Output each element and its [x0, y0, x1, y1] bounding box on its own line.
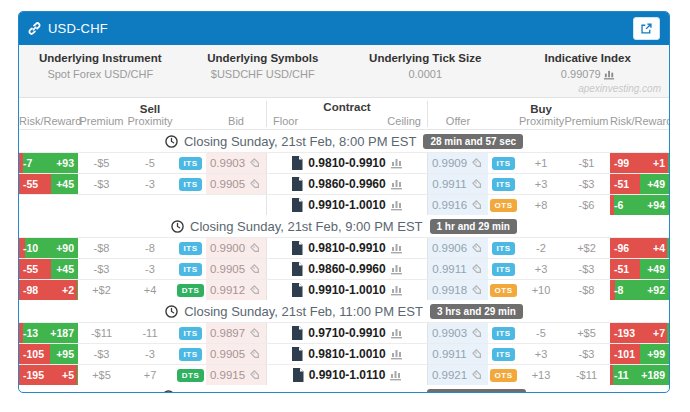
buy-status-badge: OTS [490, 284, 518, 297]
sections-container: Closing Sunday, 21st Feb, 8:00 PM EST 28… [19, 130, 669, 393]
contract-copy-icon[interactable] [291, 241, 303, 255]
sell-risk-reward-bar: -105 +95 [19, 344, 78, 364]
offer-cell[interactable]: 0.9916 [428, 195, 488, 215]
buy-tag-icon[interactable] [471, 284, 484, 297]
offer-cell[interactable]: 0.9911 [428, 259, 488, 279]
buy-group-header: Buy [519, 103, 563, 115]
bid-cell[interactable]: 0.9897 [206, 323, 266, 343]
section-header: Closing Sunday, 21st Feb, 11:00 PM EST 3… [19, 300, 669, 322]
indicative-index: Indicative Index 0.99079 [507, 52, 670, 82]
sell-status-badge: ITS [179, 327, 203, 340]
sell-reward: +93 [56, 153, 74, 173]
underlying-instrument: Underlying Instrument Spot Forex USD/CHF [19, 52, 182, 82]
contract-copy-icon[interactable] [291, 326, 303, 340]
contract-chart-icon[interactable] [391, 348, 403, 360]
buy-proximity: +3 [519, 344, 563, 364]
countdown-badge: 1 hr and 29 min [430, 219, 517, 234]
buy-status-badge: ITS [492, 263, 516, 276]
expiry-section: Closing Sunday, 21st Feb, 8:00 PM EST 28… [19, 130, 669, 215]
bid-cell[interactable]: 0.9903 [206, 153, 266, 173]
sell-tag-icon[interactable] [249, 178, 262, 191]
contract-row: -105 +95 -$3 -3 ITS 0.9905 0.9810-1.0010… [19, 343, 669, 364]
contract-copy-icon[interactable] [291, 177, 303, 191]
contract-chart-icon[interactable] [391, 157, 403, 169]
contract-chart-icon[interactable] [391, 242, 403, 254]
sell-tag-icon[interactable] [249, 263, 262, 276]
bid-cell[interactable]: 0.9912 [206, 280, 266, 300]
bid-cell[interactable]: 0.9905 [206, 174, 266, 194]
offer-cell[interactable]: 0.9903 [428, 323, 488, 343]
clock-icon [165, 135, 178, 148]
bid-cell[interactable]: 0.9905 [206, 344, 266, 364]
sell-proximity: -5 [125, 153, 175, 173]
buy-reward: +49 [647, 259, 665, 279]
contract-copy-icon[interactable] [292, 368, 304, 382]
buy-risk-reward-bar: -99 +1 [610, 153, 669, 173]
offer-cell[interactable]: 0.9921 [428, 365, 488, 385]
offer-cell[interactable]: 0.9918 [428, 280, 488, 300]
buy-tag-icon[interactable] [471, 263, 484, 276]
buy-reward-segment [668, 153, 669, 173]
contract-cell: 0.9910-1.0110 [266, 365, 428, 385]
sell-premium: -$3 [78, 174, 125, 194]
contract-copy-icon[interactable] [291, 283, 303, 297]
sell-risk-reward-bar: -10 +90 [19, 238, 78, 258]
bid-value: 0.9915 [210, 369, 245, 381]
buy-reward-segment [667, 238, 669, 258]
contract-copy-icon[interactable] [291, 198, 303, 212]
buy-tag-icon[interactable] [471, 348, 484, 361]
contract-chart-icon[interactable] [391, 284, 403, 296]
buy-tag-icon[interactable] [471, 157, 484, 170]
sell-premium: +$5 [78, 365, 125, 385]
contract-row: -195 +5 +$5 +7 DTS 0.9915 0.9910-1.0110 … [19, 364, 669, 385]
contract-range: 0.9910-1.0010 [308, 283, 385, 297]
offer-value: 0.9911 [432, 348, 466, 360]
contract-chart-icon[interactable] [391, 263, 403, 275]
sell-tag-icon[interactable] [249, 242, 262, 255]
col-ceiling: Ceiling [387, 115, 421, 127]
sell-risk: -7 [23, 153, 32, 173]
contract-copy-icon[interactable] [291, 347, 303, 361]
col-floor: Floor [273, 115, 298, 127]
contract-copy-icon[interactable] [291, 156, 303, 170]
underlying-tick-size-label: Underlying Tick Size [344, 52, 507, 64]
contract-chart-icon[interactable] [391, 327, 403, 339]
bid-cell[interactable]: 0.9915 [206, 365, 266, 385]
bid-value: 0.9912 [210, 284, 245, 296]
buy-risk-reward-bar: -11 +189 [610, 365, 669, 385]
buy-tag-icon[interactable] [471, 327, 484, 340]
offer-cell[interactable]: 0.9906 [428, 238, 488, 258]
buy-tag-icon[interactable] [471, 369, 484, 382]
offer-value: 0.9918 [432, 284, 467, 296]
sell-tag-icon[interactable] [249, 348, 262, 361]
popout-button[interactable] [633, 17, 660, 40]
bid-cell[interactable]: 0.9900 [206, 238, 266, 258]
buy-proximity: -2 [519, 238, 563, 258]
offer-cell[interactable]: 0.9911 [428, 344, 488, 364]
contract-copy-icon[interactable] [291, 262, 303, 276]
sell-tag-icon[interactable] [249, 157, 262, 170]
title-bar: USD-CHF [19, 12, 669, 45]
buy-tag-icon[interactable] [471, 242, 484, 255]
contract-chart-icon[interactable] [390, 369, 402, 381]
contract-chart-icon[interactable] [391, 178, 403, 190]
buy-premium: -$3 [563, 174, 610, 194]
buy-tag-icon[interactable] [471, 199, 484, 212]
contract-row: -13 +187 -$11 -11 ITS 0.9897 0.9710-0.99… [19, 322, 669, 343]
col-contract: Contract Floor Ceiling [266, 101, 428, 127]
contract-chart-icon[interactable] [391, 199, 403, 211]
bid-value: 0.9905 [210, 348, 245, 360]
sell-tag-icon[interactable] [249, 284, 262, 297]
bid-cell[interactable]: 0.9905 [206, 259, 266, 279]
offer-cell[interactable]: 0.9909 [428, 153, 488, 173]
sell-status-badge: DTS [177, 284, 205, 297]
sell-tag-icon[interactable] [249, 369, 262, 382]
offer-cell[interactable]: 0.9911 [428, 174, 488, 194]
buy-risk: -11 [614, 365, 629, 385]
buy-reward: +99 [647, 344, 665, 364]
index-chart-icon[interactable] [604, 69, 615, 80]
buy-tag-icon[interactable] [471, 178, 484, 191]
sell-tag-icon[interactable] [249, 327, 262, 340]
bid-value: 0.9905 [210, 263, 245, 275]
sell-reward: +2 [62, 280, 74, 300]
